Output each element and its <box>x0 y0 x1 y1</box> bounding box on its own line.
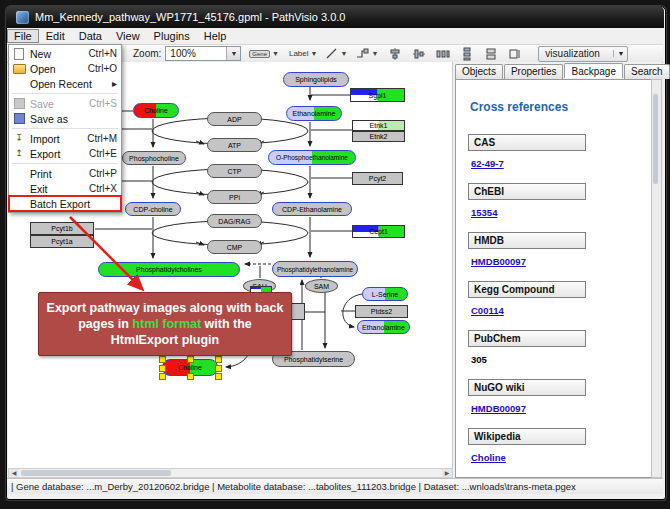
selection-handle[interactable] <box>159 373 166 380</box>
file-menu-item-shortcut: Ctrl+X <box>89 183 117 194</box>
backpage-link[interactable]: 15354 <box>471 207 497 218</box>
pathway-node-cept1[interactable]: Cept1 <box>352 225 405 238</box>
pathway-node-pcyt1a[interactable]: Pcyt1a <box>30 235 94 248</box>
backpage-link[interactable]: 62-49-7 <box>471 158 504 169</box>
selection-handle[interactable] <box>215 373 222 380</box>
tab-search[interactable]: Search <box>624 64 670 79</box>
backpage-link[interactable]: HMDB00097 <box>471 403 526 414</box>
set-size-button[interactable] <box>508 47 522 61</box>
menubar-item-help[interactable]: Help <box>197 29 234 43</box>
scroll-right-icon[interactable]: ▶ <box>442 469 452 477</box>
menubar-item-edit[interactable]: Edit <box>39 29 72 43</box>
pathway-node-adp[interactable]: ADP <box>207 112 262 126</box>
side-panel: ObjectsPropertiesBackpageSearchLegend Cr… <box>453 62 662 478</box>
chevron-down-icon[interactable]: ▼ <box>613 50 627 57</box>
gene-tool-button[interactable]: Gene ▼ <box>249 50 279 58</box>
pathway-node-choline[interactable]: Choline <box>133 103 179 118</box>
tab-properties[interactable]: Properties <box>504 64 564 79</box>
pathway-node-cdp-choline[interactable]: CDP-choline <box>125 202 181 216</box>
pathway-node-ptdss2[interactable]: Ptdss2 <box>355 305 408 318</box>
scroll-left-icon[interactable]: ◀ <box>9 469 19 477</box>
pathway-node-phosphocholine[interactable]: Phosphocholine <box>122 151 186 165</box>
backpage-section-wikipedia: WikipediaCholine <box>468 428 640 477</box>
chevron-down-icon[interactable]: ▼ <box>340 50 347 57</box>
backpage-section-title: Kegg Compound <box>468 281 586 298</box>
pathway-node-sgpl1[interactable]: Sgpl1 <box>350 88 405 102</box>
chevron-down-icon[interactable]: ▼ <box>371 50 378 57</box>
backpage-section-title: ChEBI <box>468 183 586 200</box>
menubar-item-data[interactable]: Data <box>72 29 109 43</box>
window-title: Mm_Kennedy_pathway_WP1771_45176.gpml - P… <box>35 11 345 23</box>
pathway-node-o-phosphoethanolamine[interactable]: O-Phosphoethanolamine <box>268 150 356 165</box>
pathway-node-ppi[interactable]: PPi <box>207 190 262 204</box>
pathway-node-sam[interactable]: SAM <box>305 279 338 293</box>
menubar-item-plugins[interactable]: Plugins <box>147 29 197 43</box>
menubar-item-view[interactable]: View <box>109 29 147 43</box>
file-menu-item-shortcut: Ctrl+M <box>87 133 117 144</box>
annotation-line1: Export pathway images along with back <box>47 300 284 316</box>
scrollbar-thumb[interactable] <box>653 94 658 184</box>
zoom-combobox[interactable]: 100% ▼ <box>165 46 241 61</box>
backpage-link[interactable]: C00114 <box>471 305 504 316</box>
selection-handle[interactable] <box>187 373 194 380</box>
menubar-item-file[interactable]: File <box>7 29 39 43</box>
menu-separator <box>12 163 118 164</box>
file-menu-item-new[interactable]: NewCtrl+N <box>9 46 121 61</box>
file-menu-item-save-as[interactable]: Save as <box>9 111 121 126</box>
pathway-node-pcyt2[interactable]: Pcyt2 <box>352 172 403 185</box>
file-menu-item-open-recent[interactable]: Open Recent▸ <box>9 76 121 91</box>
align-center-y-button[interactable] <box>412 47 426 61</box>
tab-objects[interactable]: Objects <box>455 64 503 79</box>
file-menu-item-shortcut: Ctrl+S <box>89 98 117 109</box>
file-menu-item-exit[interactable]: ExitCtrl+X <box>9 181 121 196</box>
pathway-node-phosphatidylethanolamine[interactable]: Phosphatidylethanolamine <box>272 261 358 277</box>
backpage-link[interactable]: Choline <box>471 452 506 463</box>
file-menu-item-print[interactable]: PrintCtrl+P <box>9 166 121 181</box>
stack-button[interactable] <box>484 47 498 61</box>
chevron-down-icon[interactable]: ▼ <box>272 50 279 57</box>
pathway-node-phosphatidylcholines[interactable]: Phosphatidylcholines <box>98 262 240 277</box>
pathway-node-ctp[interactable]: CTP <box>207 164 262 178</box>
pathway-node-cdp-ethanolamine[interactable]: CDP-Ethanolamine <box>272 202 352 216</box>
selection-handle[interactable] <box>187 356 194 363</box>
scrollbar-thumb[interactable] <box>21 470 171 476</box>
file-menu-item-label: Print <box>30 168 89 180</box>
selection-handle[interactable] <box>215 356 222 363</box>
side-panel-scrollbar[interactable] <box>651 79 662 478</box>
pathway-node-pcyt1b[interactable]: Pcyt1b <box>30 222 94 235</box>
selection-handle[interactable] <box>159 356 166 363</box>
connector-tool-button[interactable]: ▼ <box>355 47 378 60</box>
file-menu-item-save[interactable]: SaveCtrl+S <box>9 96 121 111</box>
file-menu-item-import[interactable]: ↧ImportCtrl+M <box>9 131 121 146</box>
tab-backpage[interactable]: Backpage <box>564 63 622 78</box>
pathway-node-atp[interactable]: ATP <box>207 138 262 152</box>
file-menu-item-label: Save <box>30 98 89 110</box>
align-center-x-button[interactable] <box>388 47 402 61</box>
canvas-horizontal-scrollbar[interactable]: ◀ ▶ <box>8 468 453 478</box>
annotation-line3: HtmlExport plugin <box>111 332 219 348</box>
backpage-section-hmdb: HMDBHMDB00097 <box>468 232 640 281</box>
file-menu-item-batch-export[interactable]: Batch Export <box>9 196 121 211</box>
pathway-node-ethanolamine[interactable]: Ethanolamine <box>357 320 410 334</box>
distribute-vertical-button[interactable] <box>460 47 474 61</box>
visualization-combobox[interactable]: visualization ▼ <box>538 46 628 62</box>
file-menu-item-export[interactable]: ↥ExportCtrl+E <box>9 146 121 161</box>
pathway-node-ethanolamine[interactable]: Ethanolamine <box>286 106 342 121</box>
backpage-link[interactable]: HMDB00097 <box>471 256 526 267</box>
backpage-section-title: NuGO wiki <box>468 379 586 396</box>
pathway-node-l-serine[interactable]: L-Serine <box>362 287 408 301</box>
distribute-horizontal-button[interactable] <box>436 47 450 61</box>
chevron-down-icon[interactable]: ▼ <box>226 47 240 60</box>
pathway-node-etnk2[interactable]: Etnk2 <box>352 131 405 142</box>
line-tool-button[interactable]: ▼ <box>325 47 347 60</box>
selection-handle[interactable] <box>215 365 222 372</box>
label-tool-button[interactable]: Label ▼ <box>287 49 318 58</box>
pathway-node-etnk1[interactable]: Etnk1 <box>352 120 405 131</box>
pathway-node-sphingolipids[interactable]: Sphingolipids <box>283 72 349 87</box>
gene-node-icon: Gene <box>249 50 270 58</box>
file-menu-item-open[interactable]: OpenCtrl+O <box>9 61 121 76</box>
pathway-node-cmp[interactable]: CMP <box>207 240 262 254</box>
chevron-down-icon[interactable]: ▼ <box>311 50 318 57</box>
pathway-node-dag-rag[interactable]: DAG/RAG <box>207 214 262 228</box>
selection-handle[interactable] <box>159 365 166 372</box>
